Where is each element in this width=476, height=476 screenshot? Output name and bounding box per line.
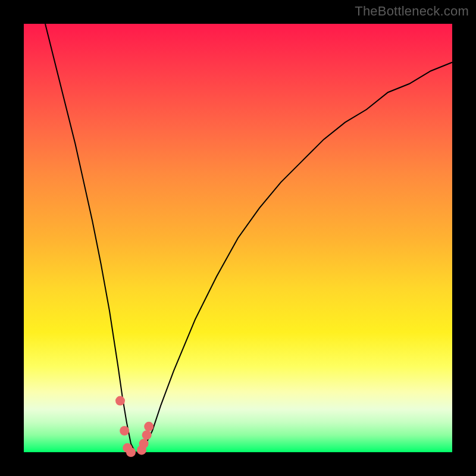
watermark-text: TheBottleneck.com (355, 4, 469, 19)
curve-markers (115, 396, 154, 457)
plot-area (24, 24, 452, 452)
marker-dot (120, 426, 129, 436)
marker-dot (144, 422, 154, 431)
chart-frame: TheBottleneck.com (0, 0, 476, 476)
marker-dot (126, 447, 136, 457)
marker-dot (115, 396, 125, 406)
bottleneck-curve (45, 24, 452, 452)
marker-dot (142, 430, 152, 440)
curve-layer (24, 24, 452, 452)
marker-dot (139, 439, 149, 449)
